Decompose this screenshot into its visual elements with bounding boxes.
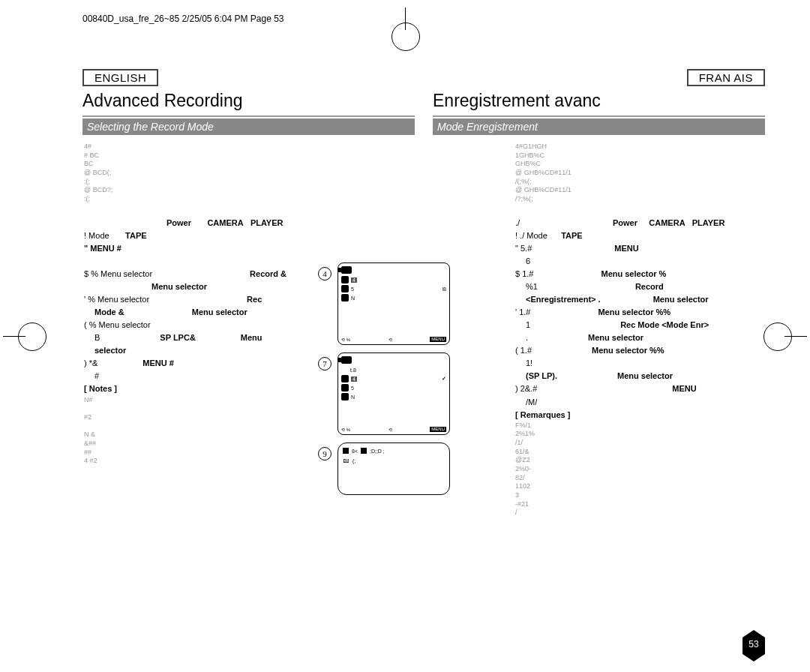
column-francais: FRAN AIS Enregistrement avanc Mode Enreg… <box>433 69 765 518</box>
lcd-screen-1: 4 5!8 N ⟲ %⟲MENU <box>338 262 450 345</box>
title-fr: Enregistrement avanc <box>433 91 765 111</box>
lang-tag-en: ENGLISH <box>82 69 158 86</box>
lcd-screen-3: 8<;D;;D ; 🖭(; <box>338 442 450 495</box>
lcd-screen-2: t.8 4✓ 5 N ⟲ %⟲MENU <box>338 352 450 435</box>
step-9-icon: 9 <box>318 447 332 460</box>
battery-icon <box>343 448 349 454</box>
subheading-left-en: Selecting the Record Mode <box>82 118 214 135</box>
title-en: Advanced Recording <box>82 91 415 111</box>
print-slug: 00840D_usa_fre_26~85 2/25/05 6:04 PM Pag… <box>82 14 765 24</box>
lang-tag-fr: FRAN AIS <box>687 69 765 86</box>
registration-mark-left <box>3 336 26 337</box>
body-fr: 4#G1HGH 1GHB%C GHB%C @ GHB%CD#11/1 /(;%(… <box>433 142 765 518</box>
step-7-icon: 7 <box>318 357 332 370</box>
subheading-fr: Mode Enregistrement <box>433 118 765 135</box>
registration-mark-right <box>784 336 807 337</box>
check-icon: ✓ <box>442 376 446 382</box>
lcd-diagrams: 4 4 5!8 N ⟲ %⟲MENU 7 t.8 4✓ 5 N ⟲ %⟲MENU… <box>338 262 472 502</box>
subheading-en: Selecting the Record Mode <box>82 118 415 135</box>
page-number: 53 <box>742 638 765 654</box>
step-4-icon: 4 <box>318 267 332 280</box>
camera-icon <box>341 356 352 364</box>
subheading-left-fr: Mode Enregistrement <box>433 118 538 135</box>
notes-head-fr: [ Remarques ] <box>515 409 765 422</box>
camera-icon <box>341 266 352 274</box>
